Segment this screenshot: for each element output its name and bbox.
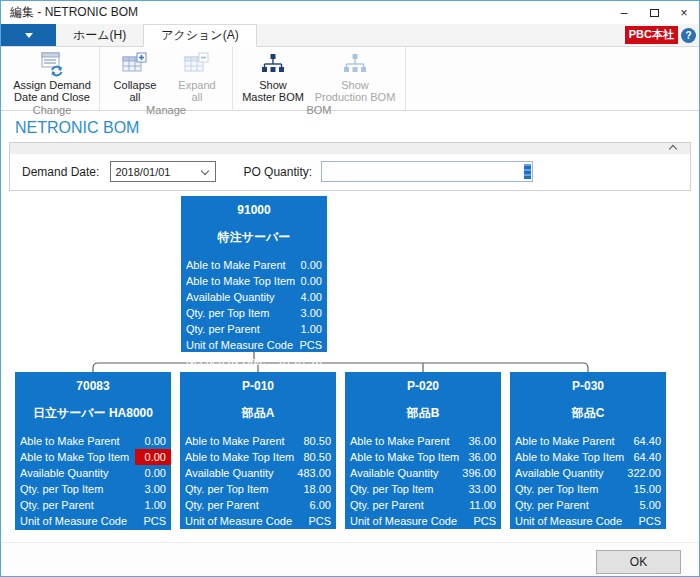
bom-field-value: 36.00 — [468, 449, 496, 465]
bom-field-label: Unit of Measure Code — [350, 513, 457, 529]
maximize-button[interactable] — [639, 1, 669, 24]
show-master-bom-button[interactable]: Show Master BOM — [237, 47, 309, 103]
ribbon: Assign Demand Date and Close Change — [1, 47, 699, 111]
ribbon-group-manage: Collapse all Expand — [100, 47, 233, 110]
bom-node-p010[interactable]: P-010 部品A Able to Make Parent80.50Able t… — [180, 372, 336, 529]
bom-field-value: 5.00 — [640, 497, 661, 513]
bom-field-row: Able to Make Top Item0.00 — [181, 273, 327, 289]
bom-field-row: Qty. per Top Item18.00 — [180, 481, 336, 497]
ribbon-button-label: Collapse all — [114, 79, 157, 103]
bom-field-row: Unit of Measure CodePCS — [15, 513, 171, 529]
tab-home[interactable]: ホーム(H) — [56, 24, 143, 46]
bom-node-code: P-030 — [510, 379, 666, 393]
bom-field-value: 36.00 — [468, 433, 496, 449]
ribbon-group-label: BOM — [237, 103, 401, 119]
bom-field-value: 80.50 — [303, 449, 331, 465]
bom-field-label: Able to Make Top Item — [186, 273, 295, 289]
bom-field-label: Able to Make Parent — [515, 433, 615, 449]
bom-field-row: Qty. per Parent6.00 — [180, 497, 336, 513]
chevron-down-icon — [25, 33, 33, 38]
company-badge[interactable]: PBC本社 — [625, 26, 678, 44]
bom-field-label: Qty. per Parent — [515, 497, 589, 513]
bom-field-value: 396.00 — [462, 465, 496, 481]
app-menu-button[interactable] — [1, 24, 56, 46]
bom-field-row: Able to Make Top Item36.00 — [345, 449, 501, 465]
bom-field-value: 1.00 — [301, 321, 322, 337]
bom-field-label: Qty. per Top Item — [20, 481, 103, 497]
production-bom-tree-icon — [342, 50, 368, 78]
bom-field-row: Unit of Measure CodePCS — [510, 513, 666, 529]
bom-node-91000[interactable]: 91000 特注サーバー Able to Make Parent0.00Able… — [181, 196, 327, 352]
bom-field-row: Able to Make Parent64.40 — [510, 433, 666, 449]
po-quantity-input[interactable] — [321, 161, 533, 182]
window-title: 編集 - NETRONIC BOM — [1, 4, 609, 21]
bom-node-title: 特注サーバー — [181, 229, 327, 246]
maximize-icon — [650, 9, 659, 17]
bom-field-value: 4.00 — [301, 289, 322, 305]
bom-field-label: Available Quantity — [515, 465, 603, 481]
bom-field-row: Able to Make Parent36.00 — [345, 433, 501, 449]
bom-field-value: 80.50 — [303, 433, 331, 449]
bom-node-code: 70083 — [15, 379, 171, 393]
collapse-all-button[interactable]: Collapse all — [104, 47, 166, 103]
window-controls: – × — [609, 1, 699, 24]
bom-field-label: Unit of Measure Code — [515, 513, 622, 529]
bom-field-value: 15.00 — [633, 481, 661, 497]
bom-field-row: Qty. per Parent11.00 — [345, 497, 501, 513]
demand-date-label: Demand Date: — [22, 165, 99, 179]
footer-bar: OK — [1, 542, 699, 576]
bom-field-label: Available Quantity — [350, 465, 438, 481]
ribbon-button-label: Show Master BOM — [242, 79, 304, 103]
edit-netronic-bom-window: 編集 - NETRONIC BOM – × ホーム(H) アクション(A) PB… — [0, 0, 700, 577]
bom-field-label: Able to Make Top Item — [185, 449, 294, 465]
bom-node-70083[interactable]: 70083 日立サーバー HA8000 Able to Make Parent0… — [15, 372, 171, 530]
bom-field-value: 11.00 — [469, 497, 496, 513]
expand-all-button[interactable]: Expand all — [166, 47, 228, 103]
bom-field-row: Unit of Measure CodePCS — [180, 513, 336, 529]
bom-field-value: PCS — [473, 513, 496, 529]
bom-field-value: 3.00 — [145, 481, 166, 497]
bom-field-row: Qty. per Top Item15.00 — [510, 481, 666, 497]
bom-field-label: Unit of Measure Code — [185, 513, 292, 529]
ribbon-button-label: Assign Demand Date and Close — [13, 79, 91, 103]
bom-field-value: 0.00 — [135, 449, 171, 465]
bom-field-value: 3.00 — [301, 305, 322, 321]
bom-node-code: P-020 — [345, 379, 501, 393]
ribbon-button-label: Show Production BOM — [315, 79, 396, 103]
bom-field-value: 6.00 — [310, 497, 331, 513]
show-production-bom-button[interactable]: Show Production BOM — [309, 47, 401, 103]
bom-field-row: Able to Make Top Item80.50 — [180, 449, 336, 465]
assign-demand-date-button[interactable]: Assign Demand Date and Close — [9, 47, 95, 103]
tab-actions[interactable]: アクション(A) — [143, 24, 256, 47]
demand-date-combobox[interactable]: 2018/01/01 — [110, 161, 216, 182]
ribbon-group-change: Assign Demand Date and Close Change — [5, 47, 100, 110]
close-button[interactable]: × — [669, 1, 699, 24]
bom-field-value: 1.00 — [145, 497, 166, 513]
bom-field-label: Qty. per Parent — [185, 497, 259, 513]
collapse-panel-icon[interactable] — [669, 145, 677, 153]
bom-field-value: 33.00 — [468, 481, 496, 497]
po-quantity-label: PO Quantity: — [243, 165, 312, 179]
bom-field-row: Qty. per Parent1.00 — [15, 497, 171, 513]
minimize-button[interactable]: – — [609, 1, 639, 24]
bom-node-title: 部品B — [345, 405, 501, 422]
master-bom-tree-icon — [260, 50, 286, 78]
bom-field-value: PCS — [308, 513, 331, 529]
bom-field-value: 0.00 — [145, 465, 166, 481]
bom-field-label: Able to Make Top Item — [350, 449, 459, 465]
bom-field-value: 0.00 — [145, 433, 166, 449]
bom-field-row: Needed by Date01.01.18 — [181, 353, 327, 369]
bom-node-p020[interactable]: P-020 部品B Able to Make Parent36.00Able t… — [345, 372, 501, 529]
bom-field-row: Able to Make Parent0.00 — [181, 257, 327, 273]
page-title: NETRONIC BOM — [15, 119, 139, 137]
filter-panel: Demand Date: 2018/01/01 PO Quantity: — [9, 142, 691, 191]
collapse-all-icon — [122, 50, 148, 78]
spinner-icon[interactable] — [524, 164, 531, 179]
ok-button[interactable]: OK — [596, 550, 681, 574]
bom-field-value: PCS — [299, 337, 322, 353]
bom-field-row: Qty. per Parent5.00 — [510, 497, 666, 513]
help-icon[interactable]: ? — [681, 28, 696, 43]
ribbon-group-bom: Show Master BOM — [233, 47, 406, 110]
bom-field-label: Qty. per Top Item — [185, 481, 268, 497]
bom-node-p030[interactable]: P-030 部品C Able to Make Parent64.40Able t… — [510, 372, 666, 529]
